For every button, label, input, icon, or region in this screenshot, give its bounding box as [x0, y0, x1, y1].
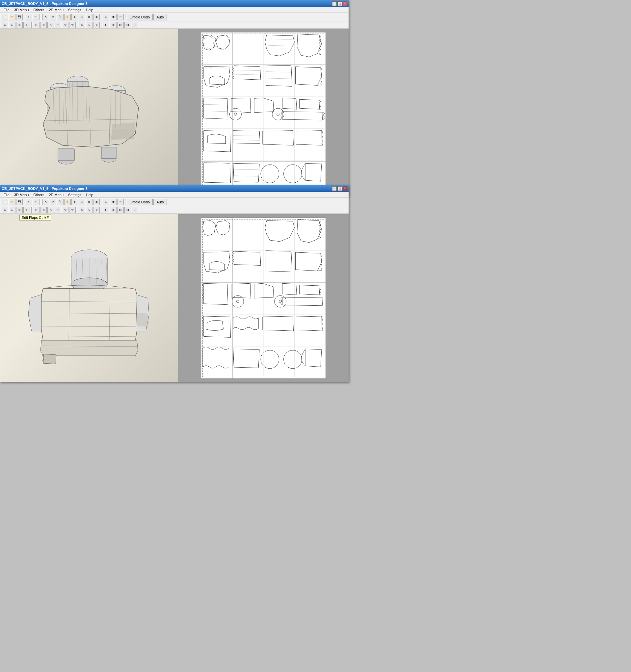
- tb2-b-6[interactable]: ◁: [40, 207, 47, 213]
- tb-b-solid[interactable]: ⬢: [110, 199, 117, 205]
- tb-b-3d4[interactable]: ◉: [93, 199, 100, 205]
- menu-settings-top[interactable]: Settings: [66, 7, 83, 12]
- unfold-undo-button-bottom[interactable]: Unfold Undo: [127, 199, 153, 205]
- tb2-b-16[interactable]: ◧: [117, 207, 124, 213]
- tb-solid[interactable]: ⬢: [110, 14, 117, 20]
- tb2-16[interactable]: ◧: [117, 22, 124, 28]
- minimize-button-bottom[interactable]: ─: [332, 186, 337, 191]
- tb2-14[interactable]: ◐: [103, 22, 109, 28]
- tb2-b-17[interactable]: ◨: [124, 207, 131, 213]
- sep1: [24, 14, 24, 20]
- tb-b-3d1[interactable]: ■: [71, 199, 78, 205]
- tb2-b-13[interactable]: ⊗: [93, 207, 100, 213]
- tb2-6[interactable]: ◁: [40, 22, 47, 28]
- tb-b-save[interactable]: 💾: [16, 199, 23, 205]
- tb2-8[interactable]: ▽: [55, 22, 61, 28]
- tb-b-rotate[interactable]: ⟳: [50, 199, 56, 205]
- menu-3dmenu-top[interactable]: 3D Menu: [12, 7, 31, 12]
- tb-cut[interactable]: ✂: [117, 14, 124, 20]
- tb-b-3d3[interactable]: ▦: [86, 199, 93, 205]
- edit-flaps-tooltip: Edit Flaps Ctrl+F: [19, 215, 51, 220]
- tb-3d4[interactable]: ◉: [93, 14, 100, 20]
- menu-2dmenu-bottom[interactable]: 2D Menu: [47, 193, 66, 197]
- tb-3d2[interactable]: □: [79, 14, 85, 20]
- tb2-b-7[interactable]: △: [47, 207, 54, 213]
- tb2-b-4[interactable]: ◈: [23, 207, 30, 213]
- close-button-bottom[interactable]: ✕: [343, 186, 347, 191]
- tb2-12[interactable]: ⊖: [86, 22, 93, 28]
- tb2-18[interactable]: ◫: [132, 22, 138, 28]
- menu-2dmenu-top[interactable]: 2D Menu: [47, 7, 66, 12]
- menu-help-top[interactable]: Help: [84, 7, 95, 12]
- tb-b-3d2[interactable]: □: [79, 199, 85, 205]
- menu-others-top[interactable]: Others: [31, 7, 46, 12]
- svg-line-52: [233, 169, 259, 170]
- sep-b1: [24, 199, 24, 205]
- tb-b-wire[interactable]: ⬡: [103, 199, 109, 205]
- tb-b-redo[interactable]: ↪: [33, 199, 40, 205]
- tb-undo[interactable]: ↩: [26, 14, 32, 20]
- tb-b-open[interactable]: 📂: [9, 199, 16, 205]
- tb-b-undo[interactable]: ↩: [26, 199, 32, 205]
- tb2-4[interactable]: ◈: [23, 22, 30, 28]
- auto-button-top[interactable]: Auto: [154, 14, 167, 20]
- tb2-b-18[interactable]: ◫: [132, 207, 138, 213]
- tb2-10[interactable]: ⟳: [69, 22, 76, 28]
- auto-button-bottom[interactable]: Auto: [154, 199, 167, 205]
- 2d-view-top[interactable]: [178, 29, 349, 196]
- tb-b-pan[interactable]: ✋: [64, 199, 71, 205]
- main-area-top: [0, 29, 349, 196]
- tb2-b-8[interactable]: ▽: [55, 207, 61, 213]
- tb-3d1[interactable]: ■: [71, 14, 78, 20]
- tb2-2[interactable]: ⊟: [9, 22, 16, 28]
- tb-save[interactable]: 💾: [16, 14, 23, 20]
- tb-new[interactable]: 📄: [2, 14, 8, 20]
- tb2-b-11[interactable]: ⊕: [79, 207, 85, 213]
- tb-redo[interactable]: ↪: [33, 14, 40, 20]
- maximize-button-top[interactable]: □: [337, 1, 342, 6]
- tb2-b-15[interactable]: ◑: [110, 207, 117, 213]
- tb2-5[interactable]: ▷: [33, 22, 40, 28]
- close-button-top[interactable]: ✕: [343, 1, 347, 6]
- tb-rotate[interactable]: ⟳: [50, 14, 56, 20]
- tb-open[interactable]: 📂: [9, 14, 16, 20]
- tb-select[interactable]: ↖: [43, 14, 49, 20]
- tb2-b-9[interactable]: ⟲: [62, 207, 68, 213]
- tb-pan[interactable]: ✋: [64, 14, 71, 20]
- tb-3d3[interactable]: ▦: [86, 14, 93, 20]
- tb2-11[interactable]: ⊕: [79, 22, 85, 28]
- tb-zoom[interactable]: 🔍: [57, 14, 64, 20]
- tb2-b-3[interactable]: ⊠: [16, 207, 23, 213]
- tb2-13[interactable]: ⊗: [93, 22, 100, 28]
- 3d-view-bottom[interactable]: [0, 214, 178, 382]
- tb2-b-5[interactable]: ▷: [33, 207, 40, 213]
- tb2-b-2[interactable]: ⊟: [9, 207, 16, 213]
- menu-file-top[interactable]: File: [2, 7, 11, 12]
- tb-wire[interactable]: ⬡: [103, 14, 109, 20]
- tb2-b-14[interactable]: ◐: [103, 207, 109, 213]
- tb2-1[interactable]: ⊞: [2, 22, 8, 28]
- tb-b-zoom[interactable]: 🔍: [57, 199, 64, 205]
- 2d-view-bottom[interactable]: [178, 214, 349, 382]
- menu-file-bottom[interactable]: File: [2, 193, 11, 197]
- tb2-9[interactable]: ⟲: [62, 22, 68, 28]
- tb2-b-1[interactable]: ⊞: [2, 207, 8, 213]
- menu-3dmenu-bottom[interactable]: 3D Menu: [12, 193, 31, 197]
- menu-settings-bottom[interactable]: Settings: [66, 193, 83, 197]
- tb2-17[interactable]: ◨: [124, 22, 131, 28]
- tb2-15[interactable]: ◑: [110, 22, 117, 28]
- window-title-top: CB_JETPACK_BODY_V1_5 - Pepakura Designer…: [2, 2, 88, 6]
- tb-b-new[interactable]: 📄: [2, 199, 8, 205]
- unfold-undo-button-top[interactable]: Unfold Undo: [127, 14, 153, 20]
- tb-b-select[interactable]: ↖: [43, 199, 49, 205]
- 3d-view-top[interactable]: [0, 29, 178, 196]
- minimize-button-top[interactable]: ─: [332, 1, 337, 6]
- tb2-b-12[interactable]: ⊖: [86, 207, 93, 213]
- menu-help-bottom[interactable]: Help: [84, 193, 95, 197]
- tb-b-cut[interactable]: ✂: [117, 199, 124, 205]
- tb2-7[interactable]: △: [47, 22, 54, 28]
- tb2-3[interactable]: ⊠: [16, 22, 23, 28]
- menu-others-bottom[interactable]: Others: [31, 193, 46, 197]
- tb2-b-10[interactable]: ⟳: [69, 207, 76, 213]
- maximize-button-bottom[interactable]: □: [337, 186, 342, 191]
